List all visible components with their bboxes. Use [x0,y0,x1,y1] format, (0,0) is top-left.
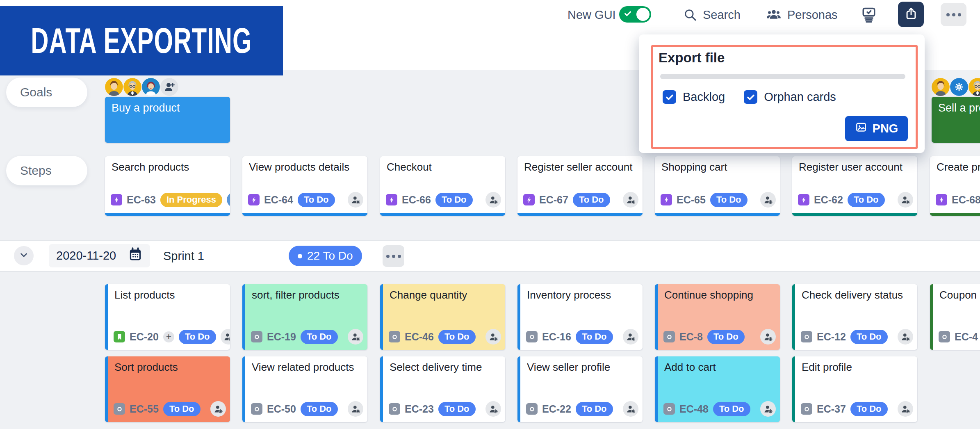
new-gui-control: New GUI [567,6,616,24]
backlog-checkbox[interactable] [663,90,676,104]
status-pill[interactable]: In Progress [160,193,222,207]
status-pill[interactable]: To Do [438,402,476,416]
story-card[interactable]: View seller profileEC-22To Do [517,356,643,422]
card-title: Create product [937,161,980,173]
story-card[interactable]: Add to cartEC-48To Do [655,356,780,422]
sprint-more-button[interactable] [383,245,404,267]
story-card[interactable]: Continue shoppingEC-8To Do [655,284,780,350]
assignee-gear-person-icon[interactable] [348,192,363,208]
sprint-date-picker[interactable]: 2020-11-20 [49,244,150,267]
status-pill[interactable]: To Do [298,193,335,207]
story-card[interactable]: Edit profileEC-37To Do [792,356,917,422]
story-card[interactable]: Select delivery timeEC-23To Do [380,356,505,422]
add-persona[interactable] [160,78,178,96]
backlog-option[interactable]: Backlog [663,90,725,104]
assignee-gear-person-icon[interactable] [760,401,776,417]
story-card[interactable]: Register user accountEC-62To Do [792,156,917,216]
assignee-gear-person-icon[interactable] [623,192,638,208]
export-png-button[interactable]: PNG [845,116,908,141]
assignee-gear-person-icon[interactable] [221,329,230,345]
card-title: Add to cart [664,361,776,374]
story-card[interactable]: View products detailsEC-64To Do [242,156,367,216]
status-pill[interactable]: To Do [850,330,888,344]
add-badge[interactable]: + [163,331,174,342]
story-card[interactable]: CheckoutEC-66To Do [380,156,505,216]
story-card[interactable]: Shopping cartEC-65To Do [655,156,780,216]
assignee-gear-person-icon[interactable] [898,329,913,345]
status-pill[interactable]: To Do [573,193,610,207]
steps-row-label[interactable]: Steps [6,156,87,185]
story-card[interactable]: CouponEC-4To Do [930,284,980,350]
orphan-cards-option[interactable]: Orphan cards [744,90,836,104]
assignee-gear-person-icon[interactable] [485,401,501,417]
sprint-name[interactable]: Sprint 1 [163,241,204,271]
assignee-avatar[interactable] [227,192,230,208]
sprint-collapse-button[interactable] [14,246,34,265]
status-pill[interactable]: To Do [576,330,613,344]
status-pill[interactable]: To Do [438,330,476,344]
goal-card[interactable]: Buy a product [105,97,230,143]
assignee-gear-person-icon[interactable] [760,329,776,345]
card-footer: EC-12To Do [801,329,913,345]
story-card[interactable]: List productsEC-20+To Do [105,284,230,350]
grandma-persona[interactable] [123,78,141,96]
status-pill[interactable]: To Do [435,193,473,207]
story-card[interactable]: Inventory processEC-16To Do [517,284,643,350]
assignee-gear-person-icon[interactable] [623,329,638,345]
share-export-button[interactable] [898,2,924,27]
goal-card[interactable]: Sell a product [932,97,980,143]
card-title: Sort products [114,361,226,374]
status-pill[interactable]: To Do [576,402,613,416]
sprint-status-badge[interactable]: 22 To Do [289,246,362,266]
status-pill[interactable]: To Do [301,330,338,344]
card-title: Inventory process [527,289,638,301]
man-persona[interactable] [932,78,950,96]
bolt-type-icon [798,194,809,205]
card-title: View products details [249,161,363,173]
goals-row-label[interactable]: Goals [6,78,87,107]
more-options-button[interactable] [941,3,966,26]
card-footer: EC-62To Do [798,192,913,208]
assignee-gear-person-icon[interactable] [485,192,501,208]
new-gui-toggle[interactable] [619,6,651,23]
man-persona[interactable] [105,78,123,96]
bolt-type-icon [386,194,397,205]
assignee-gear-person-icon[interactable] [485,329,501,345]
assignee-gear-person-icon[interactable] [348,329,363,345]
search-button[interactable]: Search [683,6,741,24]
status-pill[interactable]: To Do [707,330,745,344]
status-pill[interactable]: To Do [848,193,885,207]
story-card[interactable]: Search productsEC-63In Progress [105,156,230,216]
assignee-gear-person-icon[interactable] [623,401,638,417]
personas-button[interactable]: Personas [766,6,838,24]
bookmark-type-icon [114,331,125,342]
assignee-gear-person-icon[interactable] [898,192,913,208]
story-card[interactable]: Sort productsEC-55To Do [105,356,230,422]
status-pill[interactable]: To Do [163,402,201,416]
orphan-cards-checkbox[interactable] [744,90,757,104]
gear-persona[interactable] [950,78,968,96]
status-pill[interactable]: To Do [301,402,338,416]
story-card[interactable]: Register seller accountEC-67To Do [517,156,643,216]
woman-persona[interactable] [142,78,160,96]
assignee-gear-person-icon[interactable] [760,192,776,208]
screen-checklist-button[interactable] [859,6,879,25]
screen-checklist-icon [860,6,878,25]
card-key: EC-37 [817,403,846,415]
assignee-gear-person-icon[interactable] [348,401,363,417]
story-card[interactable]: Create productEC-68To Do [930,156,980,216]
story-map-app: DATA EXPORTING New GUI Search Personas [0,0,980,429]
status-pill[interactable]: To Do [710,193,748,207]
assignee-gear-person-icon[interactable] [898,401,913,417]
status-pill[interactable]: To Do [850,402,888,416]
story-card[interactable]: Check delivery statusEC-12To Do [792,284,917,350]
circle-type-icon [114,403,125,415]
story-card[interactable]: sort, filter productsEC-19To Do [242,284,367,350]
assignee-gear-person-icon[interactable] [210,401,226,417]
dot-icon [392,255,395,258]
status-pill[interactable]: To Do [179,330,216,344]
story-card[interactable]: View related productsEC-50To Do [242,356,367,422]
story-card[interactable]: Change quantityEC-46To Do [380,284,505,350]
bolt-type-icon [936,194,947,205]
status-pill[interactable]: To Do [713,402,750,416]
